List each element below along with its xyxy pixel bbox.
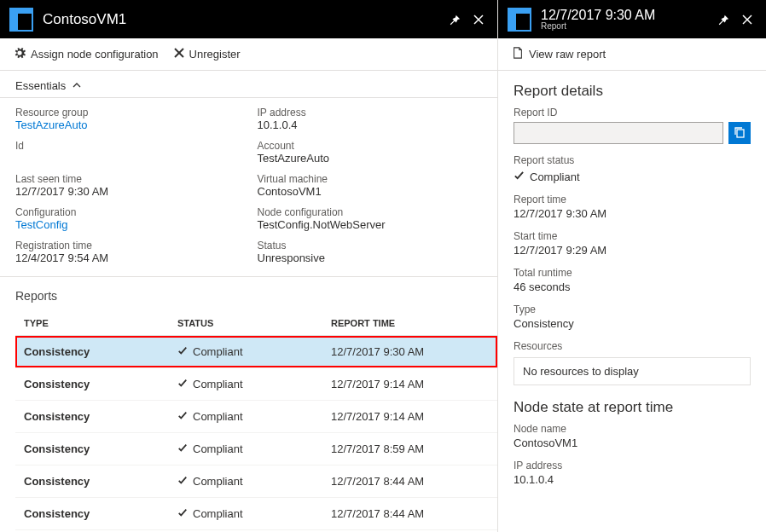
pin-button[interactable]	[713, 9, 734, 30]
cell-status: Compliant	[169, 498, 322, 530]
blade-icon	[9, 7, 34, 32]
resources-empty: No resources to display	[514, 357, 751, 385]
check-icon	[177, 345, 188, 358]
runtime-label: Total runtime	[514, 267, 751, 279]
start-time-value: 12/7/2017 9:29 AM	[514, 244, 751, 257]
reports-table: TYPE STATUS REPORT TIME ConsistencyCompl…	[15, 311, 497, 530]
runtime-value: 46 seconds	[514, 280, 751, 293]
col-type[interactable]: TYPE	[15, 311, 169, 336]
copy-button[interactable]	[728, 122, 751, 144]
kv-account: Account TestAzureAuto	[258, 140, 483, 165]
kv-registration: Registration time 12/4/2017 9:54 AM	[15, 240, 241, 264]
check-icon	[177, 475, 188, 488]
report-subtitle: Report	[541, 22, 710, 31]
close-button[interactable]	[468, 9, 489, 30]
reports-section: Reports TYPE STATUS REPORT TIME Consiste…	[0, 277, 497, 532]
view-raw-label: View raw report	[529, 48, 606, 61]
cell-status: Compliant	[169, 336, 322, 368]
essentials-toggle[interactable]: Essentials	[0, 71, 497, 97]
cell-time: 12/7/2017 9:14 AM	[322, 368, 497, 401]
assign-label: Assign node configuration	[31, 48, 159, 61]
check-icon	[514, 170, 525, 183]
cell-type: Consistency	[15, 433, 169, 466]
type-value: Consistency	[514, 317, 751, 330]
cell-type: Consistency	[15, 368, 169, 401]
check-icon	[177, 507, 188, 520]
report-body: Report details Report ID Report status C…	[498, 71, 766, 498]
unregister-button[interactable]: Unregister	[174, 47, 241, 61]
cell-status: Compliant	[169, 368, 322, 401]
type-label: Type	[514, 304, 751, 315]
check-icon	[177, 378, 188, 390]
essentials-label: Essentials	[15, 79, 66, 92]
kv-last-seen: Last seen time 12/7/2017 9:30 AM	[15, 173, 241, 198]
table-row[interactable]: ConsistencyCompliant12/7/2017 9:14 AM	[15, 401, 497, 433]
kv-id: Id	[15, 140, 241, 165]
col-time[interactable]: REPORT TIME	[322, 311, 497, 336]
node-ip-value: 10.1.0.4	[514, 473, 751, 486]
report-toolbar: View raw report	[498, 38, 766, 71]
resources-label: Resources	[514, 340, 751, 352]
col-status[interactable]: STATUS	[169, 311, 322, 336]
close-button[interactable]	[737, 9, 757, 30]
node-blade: ContosoVM1 Assign node configuration Unr…	[0, 0, 498, 532]
svg-rect-2	[10, 9, 32, 14]
pin-button[interactable]	[444, 9, 465, 30]
node-toolbar: Assign node configuration Unregister	[0, 38, 497, 71]
report-title: 12/7/2017 9:30 AM	[541, 9, 710, 22]
cell-status: Compliant	[169, 466, 322, 498]
cell-status: Compliant	[169, 401, 322, 433]
kv-resource-group: Resource group TestAzureAuto	[15, 107, 241, 131]
chevron-up-icon	[73, 79, 81, 92]
node-name-value: ContosoVM1	[514, 437, 751, 449]
cell-time: 12/7/2017 9:30 AM	[322, 336, 497, 368]
node-blade-header: ContosoVM1	[0, 0, 497, 38]
cell-type: Consistency	[15, 498, 169, 530]
report-status-label: Report status	[514, 154, 751, 166]
document-icon	[512, 47, 524, 61]
cell-time: 12/7/2017 9:14 AM	[322, 401, 497, 433]
cell-type: Consistency	[15, 336, 169, 368]
node-state-heading: Node state at report time	[514, 399, 751, 416]
report-id-label: Report ID	[514, 107, 751, 119]
cell-type: Consistency	[15, 401, 169, 433]
cell-time: 12/7/2017 8:59 AM	[322, 433, 497, 466]
node-ip-label: IP address	[514, 460, 751, 471]
x-icon	[174, 48, 184, 61]
report-blade: 12/7/2017 9:30 AM Report View raw report…	[498, 0, 766, 532]
kv-ip: IP address 10.1.0.4	[258, 107, 483, 131]
table-row[interactable]: ConsistencyCompliant12/7/2017 9:14 AM	[15, 368, 497, 401]
svg-rect-9	[508, 9, 531, 14]
report-details-heading: Report details	[514, 83, 751, 100]
cell-time: 12/7/2017 8:44 AM	[322, 498, 497, 530]
essentials-panel: Resource group TestAzureAuto IP address …	[0, 97, 497, 277]
copy-icon	[734, 126, 746, 141]
table-row[interactable]: ConsistencyCompliant12/7/2017 8:59 AM	[15, 433, 497, 466]
table-row[interactable]: ConsistencyCompliant12/7/2017 8:44 AM	[15, 466, 497, 498]
svg-rect-12	[737, 130, 744, 137]
assign-node-config-button[interactable]: Assign node configuration	[14, 47, 159, 61]
start-time-label: Start time	[514, 230, 751, 242]
node-name-label: Node name	[514, 423, 751, 435]
report-id-field[interactable]	[514, 122, 723, 144]
report-time-label: Report time	[514, 194, 751, 205]
cell-type: Consistency	[15, 466, 169, 498]
resource-group-link[interactable]: TestAzureAuto	[15, 119, 241, 131]
view-raw-report-button[interactable]: View raw report	[512, 47, 606, 61]
unregister-label: Unregister	[189, 48, 241, 61]
check-icon	[177, 410, 188, 423]
configuration-link[interactable]: TestConfig	[15, 218, 241, 231]
blade-icon	[507, 7, 532, 32]
node-title: ContosoVM1	[43, 11, 441, 28]
gear-icon	[14, 47, 26, 61]
table-row[interactable]: ConsistencyCompliant12/7/2017 9:30 AM	[15, 336, 497, 368]
cell-status: Compliant	[169, 433, 322, 466]
kv-node-config: Node configuration TestConfig.NotWebServ…	[258, 206, 483, 231]
reports-heading: Reports	[15, 289, 497, 303]
cell-time: 12/7/2017 8:44 AM	[322, 466, 497, 498]
check-icon	[177, 442, 188, 455]
table-row[interactable]: ConsistencyCompliant12/7/2017 8:44 AM	[15, 498, 497, 530]
kv-configuration: Configuration TestConfig	[15, 206, 241, 231]
report-status-value: Compliant	[514, 170, 751, 183]
report-blade-header: 12/7/2017 9:30 AM Report	[498, 0, 766, 38]
